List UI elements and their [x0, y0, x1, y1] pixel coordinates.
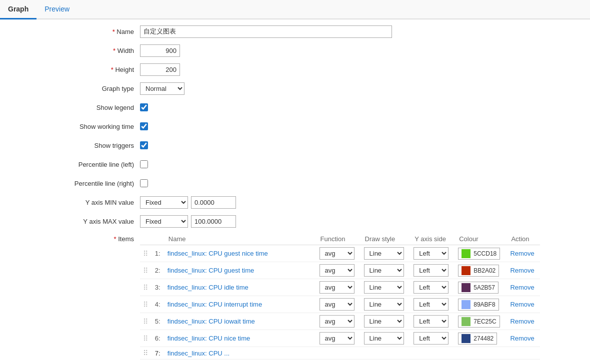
remove-button[interactable]: Remove [510, 335, 534, 342]
percentile-left-checkbox[interactable] [140, 160, 148, 168]
col-header-draw-style: Draw style [361, 233, 411, 245]
tab-graph[interactable]: Graph [0, 0, 36, 19]
draw-style-select[interactable]: LineFilled regionBold lineDotDashed line… [364, 332, 404, 345]
yaxis-side-select[interactable]: LeftRight [414, 332, 448, 345]
item-name-link[interactable]: findsec_linux: CPU iowait time [168, 318, 255, 325]
height-label: Height [0, 66, 140, 73]
drag-handle[interactable]: ⠿ [140, 330, 152, 347]
yaxis-side-select[interactable]: LeftRight [414, 298, 448, 311]
draw-style-select[interactable]: LineFilled regionBold lineDotDashed line… [364, 264, 404, 277]
yaxis-side-select[interactable]: LeftRight [414, 247, 448, 260]
drag-handle[interactable]: ⠿ [140, 296, 152, 313]
row-number: 2: [152, 262, 164, 279]
items-label: * Items [0, 233, 140, 360]
yaxis-side-select[interactable]: LeftRight [414, 281, 448, 294]
draw-style-select[interactable]: LineFilled regionBold lineDotDashed line… [364, 298, 404, 311]
action-cell: Remove [507, 262, 540, 279]
function-select[interactable]: avgminmaxlast [320, 281, 354, 294]
color-label: 7EC25C [474, 318, 496, 325]
yaxis-max-type-select[interactable]: Fixed Calculated [140, 215, 188, 228]
table-row: ⠿3:findsec_linux: CPU idle timeavgminmax… [140, 279, 540, 296]
yaxis-side-select[interactable]: LeftRight [414, 264, 448, 277]
yaxis-max-value-input[interactable] [191, 215, 236, 228]
drag-handle[interactable]: ⠿ [140, 245, 152, 262]
color-swatch[interactable]: 5A2B57 [458, 282, 498, 294]
col-header-empty [140, 233, 164, 245]
yaxis-side-cell: LeftRight [410, 279, 455, 296]
row-number: 5: [152, 313, 164, 330]
action-cell: Remove [507, 279, 540, 296]
width-input[interactable] [140, 44, 180, 57]
function-select[interactable]: avgminmaxlast [320, 247, 354, 260]
show-triggers-row: Show triggers [0, 138, 590, 152]
function-select[interactable]: avgminmaxlast [320, 315, 354, 328]
function-select[interactable]: avgminmaxlast [320, 332, 354, 345]
yaxis-side-cell: LeftRight [410, 296, 455, 313]
row-number: 3: [152, 279, 164, 296]
drag-handle[interactable]: ⠿ [140, 279, 152, 296]
item-name[interactable]: findsec_linux: CPU interrupt time [164, 296, 316, 313]
item-name-link[interactable]: findsec_linux: CPU ... [168, 350, 230, 357]
row-number: 4: [152, 296, 164, 313]
height-input[interactable] [140, 63, 180, 76]
name-input[interactable] [140, 25, 392, 38]
colour-cell: 7EC25C [455, 313, 507, 330]
color-swatch[interactable]: 5CCD18 [458, 248, 500, 260]
draw-style-select[interactable]: LineFilled regionBold lineDotDashed line… [364, 281, 404, 294]
color-swatch[interactable]: 274482 [458, 333, 497, 345]
item-name[interactable]: findsec_linux: CPU ... [164, 347, 316, 360]
color-label: BB2A02 [474, 267, 496, 274]
name-label: Name [0, 28, 140, 35]
yaxis-min-type-select[interactable]: Fixed Calculated [140, 196, 188, 209]
item-name[interactable]: findsec_linux: CPU guest nice time [164, 245, 316, 262]
show-legend-row: Show legend [0, 100, 590, 114]
color-label: 89ABF8 [474, 301, 495, 308]
row-number: 7: [152, 347, 164, 360]
percentile-right-checkbox[interactable] [140, 179, 148, 187]
function-select[interactable]: avgminmaxlast [320, 298, 354, 311]
remove-button[interactable]: Remove [510, 301, 534, 308]
yaxis-min-value-input[interactable] [191, 196, 236, 209]
tab-preview[interactable]: Preview [36, 0, 78, 19]
yaxis-side-cell: LeftRight [410, 330, 455, 347]
show-triggers-label: Show triggers [0, 142, 140, 149]
item-name-link[interactable]: findsec_linux: CPU guest nice time [168, 250, 268, 257]
color-box [462, 317, 470, 326]
item-name-link[interactable]: findsec_linux: CPU nice time [168, 335, 250, 342]
show-legend-checkbox[interactable] [140, 103, 148, 111]
remove-button[interactable]: Remove [510, 267, 534, 274]
remove-button[interactable]: Remove [510, 250, 534, 257]
item-name[interactable]: findsec_linux: CPU guest time [164, 262, 316, 279]
function-select[interactable]: avgminmaxlast [320, 264, 354, 277]
remove-button[interactable]: Remove [510, 284, 534, 291]
col-header-action: Action [507, 233, 540, 245]
remove-button[interactable]: Remove [510, 318, 534, 325]
item-name[interactable]: findsec_linux: CPU nice time [164, 330, 316, 347]
color-swatch[interactable]: BB2A02 [458, 265, 499, 277]
drag-handle[interactable]: ⠿ [140, 262, 152, 279]
graph-type-select[interactable]: Normal Stacked Pie Exploded [140, 82, 184, 95]
draw-style-select[interactable]: LineFilled regionBold lineDotDashed line… [364, 247, 404, 260]
yaxis-side-select[interactable]: LeftRight [414, 315, 448, 328]
drag-handle[interactable]: ⠿ [140, 347, 152, 360]
colour-cell: 5CCD18 [455, 245, 507, 262]
item-name[interactable]: findsec_linux: CPU iowait time [164, 313, 316, 330]
color-swatch[interactable]: 7EC25C [458, 316, 500, 328]
drag-handle[interactable]: ⠿ [140, 313, 152, 330]
item-name-link[interactable]: findsec_linux: CPU guest time [168, 267, 254, 274]
color-label: 5A2B57 [474, 284, 495, 291]
draw-style-cell: LineFilled regionBold lineDotDashed line… [361, 313, 411, 330]
yaxis-max-row: Y axis MAX value Fixed Calculated [0, 214, 590, 228]
show-triggers-checkbox[interactable] [140, 141, 148, 149]
item-name-link[interactable]: findsec_linux: CPU idle time [168, 284, 248, 291]
item-name-link[interactable]: findsec_linux: CPU interrupt time [168, 301, 262, 308]
item-name[interactable]: findsec_linux: CPU idle time [164, 279, 316, 296]
color-label: 274482 [474, 335, 494, 342]
items-table: Name Function Draw style Y axis side Col… [140, 233, 540, 360]
show-working-time-checkbox[interactable] [140, 122, 148, 130]
color-swatch[interactable]: 89ABF8 [458, 299, 498, 311]
items-table-wrapper: Name Function Draw style Y axis side Col… [140, 233, 590, 360]
width-row: Width [0, 43, 590, 57]
yaxis-side-cell: LeftRight [410, 262, 455, 279]
draw-style-select[interactable]: LineFilled regionBold lineDotDashed line… [364, 315, 404, 328]
